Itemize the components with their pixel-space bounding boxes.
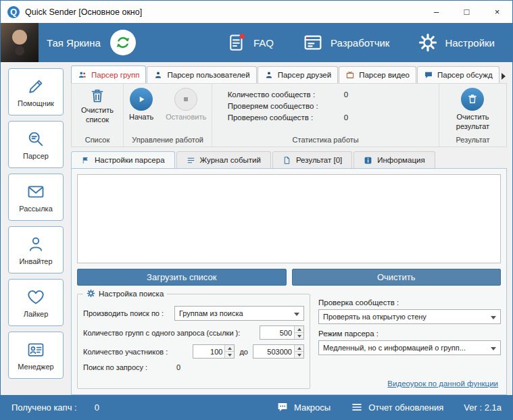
settings-button[interactable]: Настройки xyxy=(418,32,495,53)
sidebar-item-mailing[interactable]: Рассылка xyxy=(8,174,64,221)
subtab-event-log[interactable]: Журнал событий xyxy=(176,151,271,168)
spinner-up-icon xyxy=(297,347,301,350)
spinner-buttons[interactable] xyxy=(294,326,303,339)
sidebar-item-manager[interactable]: Менеджер xyxy=(8,332,64,379)
refresh-button[interactable] xyxy=(110,30,136,55)
load-list-button[interactable]: Загрузить список xyxy=(77,269,287,286)
stop-icon xyxy=(174,88,197,111)
subtab-result[interactable]: Результат [0] xyxy=(272,151,352,168)
parser-mode-value: Медленный, но с информацией о групп... xyxy=(323,344,466,352)
check-groups-label: Проверка сообществ : xyxy=(318,298,501,307)
settings-label: Настройки xyxy=(445,37,495,49)
developer-button[interactable]: Разработчик xyxy=(302,32,389,53)
spinner-up-icon xyxy=(228,347,232,350)
search-settings-legend: Настройка поиска xyxy=(83,289,167,298)
tab-parser-video[interactable]: Парсер видео xyxy=(339,66,416,83)
speech-bubble-icon xyxy=(276,401,289,413)
chevron-down-icon xyxy=(491,316,496,319)
group-label-list: Список xyxy=(85,134,110,146)
clear-result-button[interactable]: Очистить результат xyxy=(456,88,489,132)
start-button[interactable]: Начать xyxy=(129,88,153,121)
groups-per-request-input[interactable]: 500 xyxy=(260,325,304,340)
groups-per-request-label: Количество групп с одного запроса (ссылк… xyxy=(83,329,260,337)
tab-scroll-right-button[interactable] xyxy=(500,70,507,83)
close-button[interactable]: × xyxy=(482,1,512,23)
stat-label: Проверено сообществ : xyxy=(228,113,344,122)
chevron-right-icon xyxy=(502,73,506,80)
search-by-value: Группам из поиска xyxy=(179,309,243,317)
clear-button[interactable]: Очистить xyxy=(292,269,502,286)
tab-parser-users[interactable]: Парсер пользователей xyxy=(147,66,256,83)
refresh-icon xyxy=(114,34,132,51)
members-from-value: 100 xyxy=(193,345,224,358)
start-label: Начать xyxy=(129,113,153,121)
list-buttons-row: Загрузить список Очистить xyxy=(77,269,501,286)
subtab-label: Информация xyxy=(377,156,424,164)
spinner-down-icon xyxy=(228,354,232,357)
tab-parser-friends[interactable]: Парсер друзей xyxy=(258,66,338,83)
subtab-information[interactable]: Информация xyxy=(353,151,435,168)
statistics: Количество сообществ : 0 Проверяем сообщ… xyxy=(228,88,424,122)
tab-label: Парсер видео xyxy=(359,71,410,79)
tab-label: Парсер обсужд xyxy=(437,71,493,79)
header-nav: FAQ Разработчик xyxy=(226,32,512,53)
stat-row-checked: Проверено сообществ : 0 xyxy=(228,113,424,122)
magnifier-icon xyxy=(26,130,45,149)
members-from-input[interactable]: 100 xyxy=(193,344,235,359)
members-to-input[interactable]: 503000 xyxy=(253,344,304,359)
clear-result-label: Очистить результат xyxy=(456,113,489,132)
stat-row-checking: Проверяем сообщество : xyxy=(228,102,424,110)
spinner-down-icon xyxy=(297,335,301,338)
update-report-label: Отчет обновления xyxy=(368,402,443,413)
subtab-parser-settings[interactable]: Настройки парсера xyxy=(71,151,175,168)
trash-icon xyxy=(461,88,484,111)
clear-list-label: Очистить список xyxy=(81,106,114,125)
maximize-button[interactable]: □ xyxy=(451,1,482,23)
minimize-button[interactable]: – xyxy=(421,1,451,23)
right-settings-column: Проверка сообществ : Проверять на открыт… xyxy=(318,294,501,389)
subtabs: Настройки парсера Журнал событий Результ… xyxy=(71,151,507,168)
sidebar-item-inviter[interactable]: Инвайтер xyxy=(8,226,64,273)
group-list-textarea[interactable] xyxy=(77,174,501,263)
groups-per-request-row: Количество групп с одного запроса (ссылк… xyxy=(83,325,304,340)
tab-parser-discussions[interactable]: Парсер обсужд xyxy=(417,66,499,83)
menu-icon xyxy=(351,401,363,413)
sidebar-item-liker[interactable]: Лайкер xyxy=(8,279,64,326)
settings-bottom: Настройка поиска Производить поиск по : … xyxy=(77,294,501,389)
video-tutorial-link[interactable]: Видеоурок по данной функции xyxy=(387,379,498,389)
spinner-buttons[interactable] xyxy=(224,345,234,358)
spinner-up-icon xyxy=(297,328,301,331)
search-by-select[interactable]: Группам из поиска xyxy=(174,306,304,321)
group-label-result: Результат xyxy=(456,134,489,146)
stop-button[interactable]: Остановить xyxy=(166,88,206,121)
parser-settings-panel: Загрузить список Очистить Настр xyxy=(71,168,507,395)
chevron-down-icon xyxy=(491,347,496,350)
clear-list-button[interactable]: Очистить список xyxy=(81,88,114,125)
members-to-value: 503000 xyxy=(253,345,294,358)
stop-label: Остановить xyxy=(166,113,206,121)
update-report-button[interactable]: Отчет обновления xyxy=(351,401,443,413)
tab-groups-icon xyxy=(78,70,87,80)
pencil-icon xyxy=(26,77,45,96)
check-groups-select[interactable]: Проверять на открытую стену xyxy=(318,309,501,324)
tab-parser-groups[interactable]: Парсер групп xyxy=(71,65,146,83)
toolbar: Очистить список Список Начать xyxy=(71,83,507,147)
spinner-buttons[interactable] xyxy=(294,345,303,358)
search-settings-group: Настройка поиска Производить поиск по : … xyxy=(77,294,310,389)
macros-label: Макросы xyxy=(294,402,331,413)
captcha-label: Получено капч : xyxy=(11,402,77,413)
stat-label: Проверяем сообщество : xyxy=(228,102,344,110)
sidebar-item-helper[interactable]: Помощник xyxy=(8,68,64,115)
search-by-row: Производить поиск по : Группам из поиска xyxy=(83,306,304,321)
sidebar-item-parser[interactable]: Парсер xyxy=(8,121,64,168)
captcha-value: 0 xyxy=(95,402,99,413)
tab-label: Парсер друзей xyxy=(278,71,331,79)
main: Парсер групп Парсер пользователей Парсер… xyxy=(71,62,512,395)
body: Помощник Парсер Рассылка xyxy=(1,62,512,395)
stat-value: 0 xyxy=(344,90,348,99)
parser-mode-select[interactable]: Медленный, но с информацией о групп... xyxy=(318,340,501,355)
stat-label: Количество сообществ : xyxy=(228,90,344,99)
macros-button[interactable]: Макросы xyxy=(276,401,331,413)
stat-row-total: Количество сообществ : 0 xyxy=(228,90,424,99)
faq-button[interactable]: FAQ xyxy=(226,32,274,53)
